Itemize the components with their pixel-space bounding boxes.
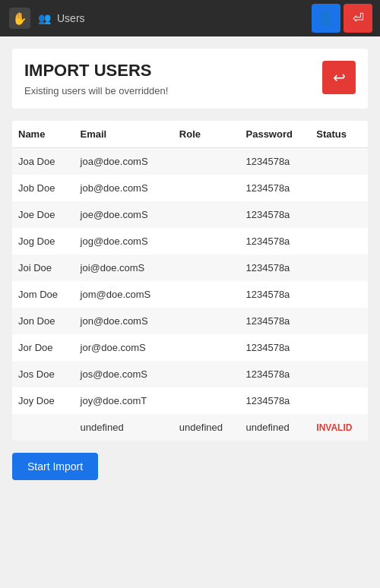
cell-status — [310, 308, 368, 334]
import-heading: IMPORT USERS — [24, 61, 168, 81]
back-icon: ↩ — [333, 68, 346, 87]
table-row: Joa Doejoa@doe.comS1234578a — [12, 148, 368, 175]
col-role: Role — [173, 121, 240, 148]
cell-password: 1234578a — [240, 201, 311, 228]
cell-status — [310, 361, 368, 387]
table-row: Jon Doejon@doe.comS1234578a — [12, 308, 368, 334]
col-status: Status — [310, 121, 368, 148]
back-button[interactable]: ↩ — [322, 61, 356, 94]
import-card-info: IMPORT USERS Existing users will be over… — [24, 61, 168, 96]
main-content: IMPORT USERS Existing users will be over… — [0, 36, 380, 492]
cell-role — [173, 175, 240, 201]
table-header-row: Name Email Role Password Status — [12, 121, 368, 148]
cell-name: Joe Doe — [12, 201, 74, 228]
cell-name: Jon Doe — [12, 308, 74, 334]
cell-status — [310, 148, 368, 175]
cell-role — [173, 228, 240, 254]
svg-text:✋: ✋ — [12, 11, 27, 26]
cell-name: Jos Doe — [12, 361, 74, 387]
users-table: Name Email Role Password Status Joa Doej… — [12, 121, 368, 441]
cell-password: 1234578a — [240, 228, 311, 254]
table-row: Job Doejob@doe.comS1234578a — [12, 175, 368, 201]
cell-email: jon@doe.comS — [74, 308, 173, 334]
cell-password: undefined — [240, 414, 311, 441]
cell-password: 1234578a — [240, 334, 311, 361]
cell-role — [173, 387, 240, 414]
cell-email: joa@doe.comS — [74, 148, 173, 175]
start-import-button[interactable]: Start Import — [12, 453, 98, 480]
cell-role: undefined — [173, 414, 240, 441]
cell-email: undefined — [74, 414, 173, 441]
table-row: Jos Doejos@doe.comS1234578a — [12, 361, 368, 387]
cell-role — [173, 361, 240, 387]
cell-email: joy@doe.comT — [74, 387, 173, 414]
cell-password: 1234578a — [240, 175, 311, 201]
cell-status: INVALID — [310, 414, 368, 441]
cell-role — [173, 308, 240, 334]
user-icon: 👤 — [318, 10, 334, 27]
navbar-title: Users — [57, 12, 85, 24]
cell-email: jor@doe.comS — [74, 334, 173, 361]
logout-icon: ⏎ — [353, 10, 364, 27]
cell-status — [310, 254, 368, 281]
cell-name: Joa Doe — [12, 148, 74, 175]
cell-role — [173, 148, 240, 175]
cell-status — [310, 387, 368, 414]
cell-status — [310, 281, 368, 308]
cell-name — [12, 414, 74, 441]
import-card: IMPORT USERS Existing users will be over… — [12, 49, 368, 109]
cell-name: Job Doe — [12, 175, 74, 201]
cell-name: Jog Doe — [12, 228, 74, 254]
cell-name: Joy Doe — [12, 387, 74, 414]
cell-email: jog@doe.comS — [74, 228, 173, 254]
cell-role — [173, 334, 240, 361]
import-warning: Existing users will be overridden! — [24, 85, 168, 96]
navbar-left: ✋ Users — [8, 6, 85, 30]
cell-status — [310, 334, 368, 361]
logo-icon: ✋ — [9, 8, 30, 29]
cell-status — [310, 228, 368, 254]
col-email: Email — [74, 121, 173, 148]
cell-password: 1234578a — [240, 361, 311, 387]
cell-password: 1234578a — [240, 148, 311, 175]
table-row: Jor Doejor@doe.comS1234578a — [12, 334, 368, 361]
cell-password: 1234578a — [240, 308, 311, 334]
cell-role — [173, 281, 240, 308]
table-row: Jom Doejom@doe.comS1234578a — [12, 281, 368, 308]
cell-password: 1234578a — [240, 281, 311, 308]
user-button[interactable]: 👤 — [312, 4, 340, 33]
navbar-right: 👤 ⏎ — [312, 4, 372, 33]
users-icon — [38, 11, 51, 25]
cell-email: jos@doe.comS — [74, 361, 173, 387]
cell-name: Jor Doe — [12, 334, 74, 361]
col-name: Name — [12, 121, 74, 148]
table-row: undefinedundefinedundefinedINVALID — [12, 414, 368, 441]
cell-email: joe@doe.comS — [74, 201, 173, 228]
table-row: Jog Doejog@doe.comS1234578a — [12, 228, 368, 254]
cell-name: Jom Doe — [12, 281, 74, 308]
cell-email: job@doe.comS — [74, 175, 173, 201]
cell-email: jom@doe.comS — [74, 281, 173, 308]
cell-password: 1234578a — [240, 387, 311, 414]
navbar: ✋ Users 👤 ⏎ — [0, 0, 380, 36]
cell-status — [310, 175, 368, 201]
cell-role — [173, 254, 240, 281]
table-row: Joy Doejoy@doe.comT1234578a — [12, 387, 368, 414]
cell-name: Joi Doe — [12, 254, 74, 281]
app-logo: ✋ — [8, 6, 32, 30]
cell-email: joi@doe.comS — [74, 254, 173, 281]
col-password: Password — [240, 121, 311, 148]
cell-role — [173, 201, 240, 228]
logout-button[interactable]: ⏎ — [344, 4, 372, 33]
table-row: Joi Doejoi@doe.comS1234578a — [12, 254, 368, 281]
users-table-container: Name Email Role Password Status Joa Doej… — [12, 121, 368, 441]
cell-status — [310, 201, 368, 228]
cell-password: 1234578a — [240, 254, 311, 281]
table-row: Joe Doejoe@doe.comS1234578a — [12, 201, 368, 228]
